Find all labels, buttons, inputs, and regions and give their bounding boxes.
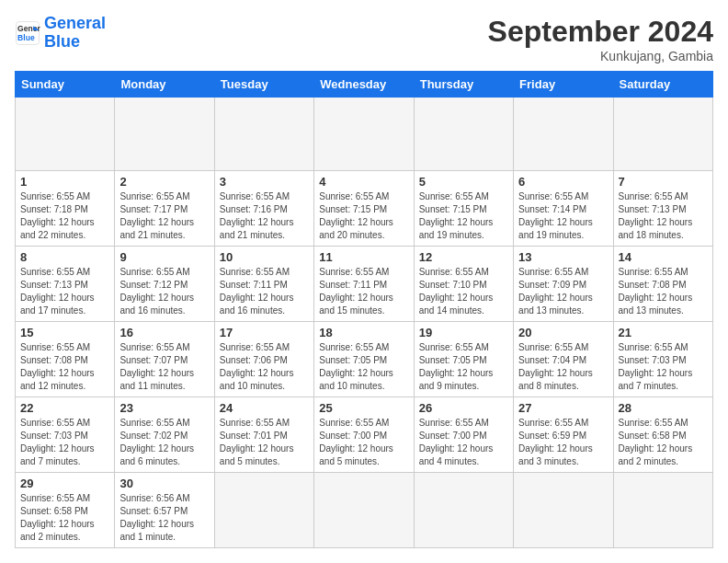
day-info: Sunrise: 6:55 AM Sunset: 7:15 PM Dayligh… — [419, 190, 508, 242]
day-cell: 2Sunrise: 6:55 AM Sunset: 7:17 PM Daylig… — [115, 171, 214, 247]
day-number: 16 — [119, 326, 209, 339]
day-cell — [16, 98, 115, 171]
week-row-2: 8Sunrise: 6:55 AM Sunset: 7:13 PM Daylig… — [16, 247, 713, 322]
day-number: 29 — [20, 477, 109, 490]
day-cell — [214, 473, 313, 548]
day-info: Sunrise: 6:55 AM Sunset: 7:02 PM Dayligh… — [119, 417, 209, 468]
day-cell: 17Sunrise: 6:55 AM Sunset: 7:06 PM Dayli… — [214, 322, 313, 397]
day-info: Sunrise: 6:55 AM Sunset: 7:15 PM Dayligh… — [319, 190, 408, 242]
day-cell: 30Sunrise: 6:56 AM Sunset: 6:57 PM Dayli… — [115, 473, 214, 548]
day-info: Sunrise: 6:55 AM Sunset: 6:58 PM Dayligh… — [20, 492, 109, 544]
day-number: 21 — [619, 326, 708, 339]
day-info: Sunrise: 6:55 AM Sunset: 7:07 PM Dayligh… — [119, 341, 209, 393]
day-number: 9 — [119, 250, 209, 264]
day-cell: 3Sunrise: 6:55 AM Sunset: 7:16 PM Daylig… — [214, 171, 313, 247]
week-row-3: 15Sunrise: 6:55 AM Sunset: 7:08 PM Dayli… — [16, 322, 713, 397]
week-row-5: 29Sunrise: 6:55 AM Sunset: 6:58 PM Dayli… — [16, 473, 713, 548]
day-info: Sunrise: 6:55 AM Sunset: 7:00 PM Dayligh… — [319, 417, 408, 468]
day-number: 13 — [518, 250, 608, 264]
page-header: General Blue GeneralBlue September 2024 … — [15, 15, 713, 63]
day-info: Sunrise: 6:55 AM Sunset: 6:58 PM Dayligh… — [619, 417, 708, 468]
day-number: 3 — [220, 175, 309, 189]
day-cell: 1Sunrise: 6:55 AM Sunset: 7:18 PM Daylig… — [16, 171, 115, 247]
day-cell — [414, 98, 513, 171]
weekday-header-saturday: Saturday — [613, 72, 712, 98]
day-cell: 19Sunrise: 6:55 AM Sunset: 7:05 PM Dayli… — [414, 322, 513, 397]
day-cell: 10Sunrise: 6:55 AM Sunset: 7:11 PM Dayli… — [214, 247, 313, 322]
day-cell: 11Sunrise: 6:55 AM Sunset: 7:11 PM Dayli… — [314, 247, 414, 322]
day-cell: 20Sunrise: 6:55 AM Sunset: 7:04 PM Dayli… — [514, 322, 613, 397]
day-cell: 4Sunrise: 6:55 AM Sunset: 7:15 PM Daylig… — [314, 171, 414, 247]
day-number: 7 — [619, 175, 708, 189]
day-cell: 18Sunrise: 6:55 AM Sunset: 7:05 PM Dayli… — [314, 322, 414, 397]
day-cell: 21Sunrise: 6:55 AM Sunset: 7:03 PM Dayli… — [613, 322, 712, 397]
day-cell: 24Sunrise: 6:55 AM Sunset: 7:01 PM Dayli… — [214, 397, 313, 473]
day-number: 30 — [119, 477, 209, 490]
day-info: Sunrise: 6:55 AM Sunset: 7:05 PM Dayligh… — [419, 341, 508, 393]
day-cell: 28Sunrise: 6:55 AM Sunset: 6:58 PM Dayli… — [613, 397, 712, 473]
day-info: Sunrise: 6:55 AM Sunset: 7:11 PM Dayligh… — [319, 266, 408, 317]
day-cell: 15Sunrise: 6:55 AM Sunset: 7:08 PM Dayli… — [16, 322, 115, 397]
weekday-header-row: SundayMondayTuesdayWednesdayThursdayFrid… — [16, 72, 713, 98]
weekday-header-monday: Monday — [115, 72, 214, 98]
day-info: Sunrise: 6:55 AM Sunset: 7:08 PM Dayligh… — [619, 266, 708, 317]
day-info: Sunrise: 6:55 AM Sunset: 7:12 PM Dayligh… — [119, 266, 209, 317]
day-number: 22 — [20, 401, 109, 415]
day-number: 1 — [20, 175, 109, 189]
weekday-header-tuesday: Tuesday — [214, 72, 313, 98]
day-cell: 26Sunrise: 6:55 AM Sunset: 7:00 PM Dayli… — [414, 397, 513, 473]
day-number: 19 — [419, 326, 508, 339]
day-cell: 13Sunrise: 6:55 AM Sunset: 7:09 PM Dayli… — [514, 247, 613, 322]
day-cell — [514, 98, 613, 171]
day-cell: 6Sunrise: 6:55 AM Sunset: 7:14 PM Daylig… — [514, 171, 613, 247]
location-subtitle: Kunkujang, Gambia — [488, 49, 713, 63]
day-cell — [314, 473, 414, 548]
day-cell: 7Sunrise: 6:55 AM Sunset: 7:13 PM Daylig… — [613, 171, 712, 247]
day-cell: 14Sunrise: 6:55 AM Sunset: 7:08 PM Dayli… — [613, 247, 712, 322]
day-cell — [613, 98, 712, 171]
day-number: 18 — [319, 326, 408, 339]
weekday-header-friday: Friday — [514, 72, 613, 98]
day-info: Sunrise: 6:55 AM Sunset: 6:59 PM Dayligh… — [518, 417, 608, 468]
title-block: September 2024 Kunkujang, Gambia — [488, 15, 713, 63]
week-row-4: 22Sunrise: 6:55 AM Sunset: 7:03 PM Dayli… — [16, 397, 713, 473]
day-number: 15 — [20, 326, 109, 339]
day-info: Sunrise: 6:56 AM Sunset: 6:57 PM Dayligh… — [119, 492, 209, 544]
logo-icon: General Blue — [15, 20, 40, 46]
day-cell — [314, 98, 414, 171]
day-number: 11 — [319, 250, 408, 264]
day-info: Sunrise: 6:55 AM Sunset: 7:13 PM Dayligh… — [619, 190, 708, 242]
day-cell: 8Sunrise: 6:55 AM Sunset: 7:13 PM Daylig… — [16, 247, 115, 322]
weekday-header-sunday: Sunday — [16, 72, 115, 98]
day-info: Sunrise: 6:55 AM Sunset: 7:13 PM Dayligh… — [20, 266, 109, 317]
day-info: Sunrise: 6:55 AM Sunset: 7:05 PM Dayligh… — [319, 341, 408, 393]
day-cell — [414, 473, 513, 548]
day-info: Sunrise: 6:55 AM Sunset: 7:17 PM Dayligh… — [119, 190, 209, 242]
week-row-1: 1Sunrise: 6:55 AM Sunset: 7:18 PM Daylig… — [16, 171, 713, 247]
day-info: Sunrise: 6:55 AM Sunset: 7:18 PM Dayligh… — [20, 190, 109, 242]
day-cell: 23Sunrise: 6:55 AM Sunset: 7:02 PM Dayli… — [115, 397, 214, 473]
calendar-body: 1Sunrise: 6:55 AM Sunset: 7:18 PM Daylig… — [16, 98, 713, 548]
day-cell: 22Sunrise: 6:55 AM Sunset: 7:03 PM Dayli… — [16, 397, 115, 473]
day-number: 14 — [619, 250, 708, 264]
day-number: 6 — [518, 175, 608, 189]
day-number: 27 — [518, 401, 608, 415]
weekday-header-wednesday: Wednesday — [314, 72, 414, 98]
day-info: Sunrise: 6:55 AM Sunset: 7:10 PM Dayligh… — [419, 266, 508, 317]
day-info: Sunrise: 6:55 AM Sunset: 7:06 PM Dayligh… — [220, 341, 309, 393]
day-cell: 5Sunrise: 6:55 AM Sunset: 7:15 PM Daylig… — [414, 171, 513, 247]
day-cell: 16Sunrise: 6:55 AM Sunset: 7:07 PM Dayli… — [115, 322, 214, 397]
day-info: Sunrise: 6:55 AM Sunset: 7:01 PM Dayligh… — [220, 417, 309, 468]
day-number: 10 — [220, 250, 309, 264]
month-title: September 2024 — [488, 15, 713, 49]
day-cell: 9Sunrise: 6:55 AM Sunset: 7:12 PM Daylig… — [115, 247, 214, 322]
day-number: 23 — [119, 401, 209, 415]
day-info: Sunrise: 6:55 AM Sunset: 7:11 PM Dayligh… — [220, 266, 309, 317]
calendar-table: SundayMondayTuesdayWednesdayThursdayFrid… — [15, 71, 713, 548]
day-info: Sunrise: 6:55 AM Sunset: 7:09 PM Dayligh… — [518, 266, 608, 317]
day-number: 12 — [419, 250, 508, 264]
day-cell — [613, 473, 712, 548]
day-number: 8 — [20, 250, 109, 264]
day-info: Sunrise: 6:55 AM Sunset: 7:04 PM Dayligh… — [518, 341, 608, 393]
day-cell — [514, 473, 613, 548]
